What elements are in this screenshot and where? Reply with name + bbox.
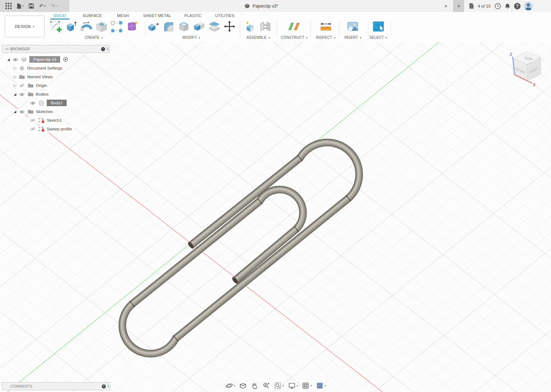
close-tab-button[interactable]: × (442, 0, 450, 12)
visibility-off-icon[interactable] (29, 127, 36, 131)
visibility-on-icon[interactable] (18, 110, 25, 114)
new-tab-button[interactable]: + (453, 0, 464, 12)
tree-row-body1[interactable]: Body1 (2, 99, 110, 107)
expand-closed-icon[interactable]: ▷ (13, 75, 17, 79)
comments-resize-grip[interactable]: ‖ (108, 384, 109, 388)
zoom-button[interactable] (262, 381, 271, 390)
fillet-icon[interactable] (162, 20, 175, 33)
move-copy-icon[interactable] (223, 20, 236, 33)
group-label-create[interactable]: CREATE ▾ (85, 36, 103, 39)
construct-plane-icon[interactable] (287, 20, 301, 33)
measure-icon[interactable] (319, 20, 333, 33)
combine-icon[interactable] (192, 20, 206, 33)
job-history-clock-icon[interactable] (494, 3, 501, 9)
tree-label[interactable]: Named Views (27, 75, 53, 79)
tree-label[interactable]: Sketches (36, 109, 53, 114)
group-label-insert[interactable]: INSERT ▾ (345, 36, 362, 39)
shell-icon[interactable] (177, 20, 191, 33)
tab-solid[interactable]: SOLID (54, 13, 66, 18)
visibility-on-icon[interactable] (18, 92, 25, 96)
design-workspace-selector[interactable]: DESIGN ▾ (5, 16, 45, 37)
hole-icon[interactable] (95, 20, 108, 33)
file-menu-caret[interactable]: ▾ (22, 4, 24, 8)
visibility-off-icon[interactable] (18, 83, 25, 88)
add-comment-icon[interactable]: + (102, 384, 106, 388)
group-label-construct[interactable]: CONSTRUCT ▾ (281, 36, 308, 39)
viewports-button[interactable]: ▾ (315, 381, 327, 390)
redo-button[interactable]: ↷ ▾ (49, 0, 60, 12)
visibility-off-icon[interactable] (29, 118, 36, 122)
fit-button[interactable]: ▾ (273, 381, 285, 390)
extrude-icon[interactable] (64, 20, 78, 33)
tree-row-root-component[interactable]: ◢ Paperclip v3 (2, 55, 110, 64)
group-label-assemble[interactable]: ASSEMBLE ▾ (247, 36, 270, 39)
tree-row-origin[interactable]: ▷ Origin (2, 81, 110, 90)
avatar[interactable] (524, 1, 533, 11)
expand-open-icon[interactable]: ◢ (13, 92, 17, 96)
file-menu-button[interactable]: ▾ (14, 0, 26, 12)
tab-surface[interactable]: SURFACE (83, 13, 102, 18)
display-settings-button[interactable]: ▾ (287, 381, 299, 390)
joint-icon[interactable] (259, 20, 272, 33)
tree-row-document-settings[interactable]: ▷ Document Settings (2, 64, 110, 72)
view-cube[interactable]: TOP FRONT RIGHT Z X (505, 46, 549, 91)
group-label-inspect[interactable]: INSPECT ▾ (316, 36, 335, 39)
tab-mesh[interactable]: MESH (117, 13, 129, 18)
collapse-panel-icon[interactable]: ◄◄ (2, 48, 10, 50)
browser-header[interactable]: ◄◄ BROWSER − ‖ (2, 45, 110, 53)
job-status-icon[interactable] (468, 3, 475, 9)
insert-canvas-icon[interactable] (346, 20, 359, 33)
paperclip-body[interactable] (122, 142, 359, 354)
job-status-count[interactable]: 4 of 10 (478, 4, 491, 8)
save-button[interactable] (26, 0, 37, 12)
press-pull-icon[interactable] (147, 20, 160, 33)
tree-label[interactable]: Sweep profile (47, 127, 72, 131)
group-label-modify[interactable]: MODIFY ▾ (182, 36, 200, 39)
tree-label[interactable]: Document Settings (27, 66, 62, 70)
select-icon[interactable] (372, 20, 385, 33)
help-icon[interactable]: ? (514, 3, 521, 9)
expand-open-icon[interactable]: ◢ (6, 58, 11, 61)
undo-caret[interactable]: ▾ (45, 4, 46, 8)
tree-label-root[interactable]: Paperclip v3 (29, 56, 60, 63)
create-sketch-icon[interactable] (49, 20, 63, 33)
tab-plastic[interactable]: PLASTIC (184, 13, 201, 18)
tree-row-sketches[interactable]: ◢ Sketches (2, 107, 110, 116)
orbit-button[interactable]: ▾ (225, 381, 236, 390)
undo-button[interactable]: ↶ ▾ (37, 0, 49, 12)
create-form-icon[interactable] (125, 20, 139, 33)
look-at-button[interactable] (238, 381, 247, 390)
browser-resize-grip[interactable]: ‖ (107, 47, 108, 51)
expand-closed-icon[interactable]: ▷ (13, 84, 17, 88)
viewports-icon (316, 382, 323, 389)
offset-face-icon[interactable] (208, 20, 221, 33)
browser-minimize-icon[interactable]: − (101, 47, 105, 51)
tree-label[interactable]: Sketch1 (47, 118, 62, 122)
activate-component-radio-icon[interactable] (62, 57, 69, 62)
tree-row-sketch1[interactable]: Sketch1 (2, 116, 110, 125)
app-menu-button[interactable] (3, 0, 14, 12)
notifications-bell-icon[interactable] (504, 3, 511, 9)
tab-utilities[interactable]: UTILITIES (215, 13, 234, 18)
tree-label[interactable]: Bodies (36, 92, 49, 96)
rectangular-pattern-icon[interactable] (110, 20, 124, 33)
comments-bar[interactable]: COMMENTS + ‖ (2, 382, 110, 390)
tree-row-sweep-profile[interactable]: Sweep profile (2, 125, 110, 133)
visibility-on-icon[interactable] (12, 58, 18, 62)
revolve-icon[interactable] (80, 20, 93, 33)
grid-display-button[interactable]: ▾ (301, 381, 313, 390)
tree-label-body1[interactable]: Body1 (47, 100, 67, 106)
new-component-icon[interactable] (243, 20, 257, 33)
tab-sheet-metal[interactable]: SHEET METAL (143, 13, 171, 18)
tree-label[interactable]: Origin (36, 83, 47, 88)
pan-button[interactable] (250, 381, 259, 390)
redo-caret[interactable]: ▾ (56, 4, 58, 8)
visibility-on-icon[interactable] (29, 101, 36, 105)
expand-open-icon[interactable]: ◢ (13, 110, 17, 113)
document-tab[interactable]: Paperclip v3* × (69, 0, 453, 12)
expand-closed-icon[interactable]: ▷ (13, 66, 17, 70)
browser-tree: ◢ Paperclip v3 ▷ Document Settings ▷ Nam… (2, 55, 110, 133)
group-label-select[interactable]: SELECT ▾ (369, 36, 387, 39)
tree-row-named-views[interactable]: ▷ Named Views (2, 72, 110, 81)
tree-row-bodies[interactable]: ◢ Bodies (2, 90, 110, 99)
